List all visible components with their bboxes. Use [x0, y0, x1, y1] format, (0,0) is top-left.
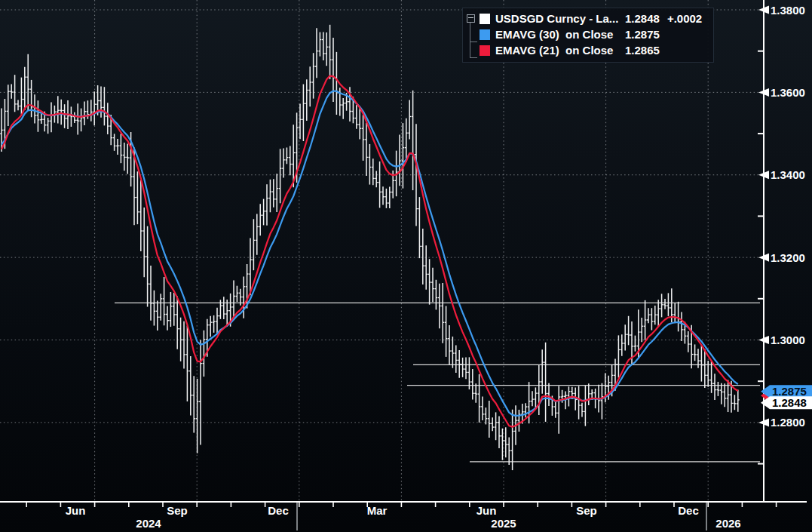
legend-tree-connector: [470, 23, 470, 58]
legend-label-emavg30: EMAVG (30) on Close: [495, 28, 625, 41]
svg-text:Sep: Sep: [576, 504, 597, 517]
svg-text:Sep: Sep: [167, 504, 188, 517]
svg-text:1.3400: 1.3400: [771, 168, 805, 181]
legend-swatch-emavg21: [480, 45, 490, 56]
legend-swatch-usdsgd: [480, 14, 490, 24]
svg-text:1.3200: 1.3200: [771, 251, 805, 264]
svg-text:1.3800: 1.3800: [771, 4, 805, 17]
legend-tree-connector: [470, 42, 477, 42]
ema21-line: [2, 76, 738, 427]
axes: [0, 0, 807, 502]
svg-text:1.3600: 1.3600: [771, 86, 805, 99]
x-axis-labels: JunSepDecMarJunSepDec202420252026: [26, 502, 776, 530]
legend-tree-connector: [470, 57, 477, 58]
svg-text:1.2848: 1.2848: [772, 396, 807, 409]
legend-price-change: +.0002: [667, 12, 702, 25]
legend-collapse-icon[interactable]: [467, 14, 475, 23]
ema30-line: [2, 91, 738, 416]
price-bars: [0, 25, 740, 470]
legend-label-emavg21: EMAVG (21) on Close: [495, 44, 625, 57]
svg-text:Mar: Mar: [367, 504, 388, 517]
svg-text:Jun: Jun: [66, 504, 86, 517]
horizontal-gridlines: [0, 10, 764, 423]
legend-row-emavg21[interactable]: EMAVG (21) on Close 1.2865: [480, 42, 707, 58]
svg-text:1.3000: 1.3000: [771, 334, 805, 346]
svg-text:Dec: Dec: [268, 504, 289, 517]
legend-row-emavg30[interactable]: EMAVG (30) on Close 1.2875: [480, 26, 707, 42]
legend-value-emavg30: 1.2875: [625, 28, 660, 41]
price-chart: 1.38001.36001.34001.32001.30001.2800JunS…: [0, 0, 812, 532]
legend-value-emavg21: 1.2865: [625, 44, 660, 57]
svg-text:2024: 2024: [136, 517, 161, 530]
bloomberg-chart-window: 1.38001.36001.34001.32001.30001.2800JunS…: [0, 0, 812, 532]
legend-row-usdsgd[interactable]: USDSGD Curncy - La... 1.2848 +.0002: [480, 11, 707, 26]
price-tags: 1.28651.28751.2848: [761, 385, 812, 409]
legend-swatch-emavg30: [480, 29, 490, 40]
chart-legend[interactable]: USDSGD Curncy - La... 1.2848 +.0002 EMAV…: [462, 8, 714, 63]
vertical-gridlines: [95, 0, 709, 502]
svg-text:1.2800: 1.2800: [771, 416, 805, 429]
svg-text:Jun: Jun: [476, 504, 497, 517]
svg-text:2025: 2025: [491, 517, 516, 530]
svg-text:Dec: Dec: [678, 504, 699, 517]
svg-text:2026: 2026: [715, 517, 740, 530]
support-lines: [115, 303, 760, 462]
legend-last-price: 1.2848: [625, 12, 660, 25]
legend-label-usdsgd: USDSGD Curncy - La...: [495, 12, 625, 25]
